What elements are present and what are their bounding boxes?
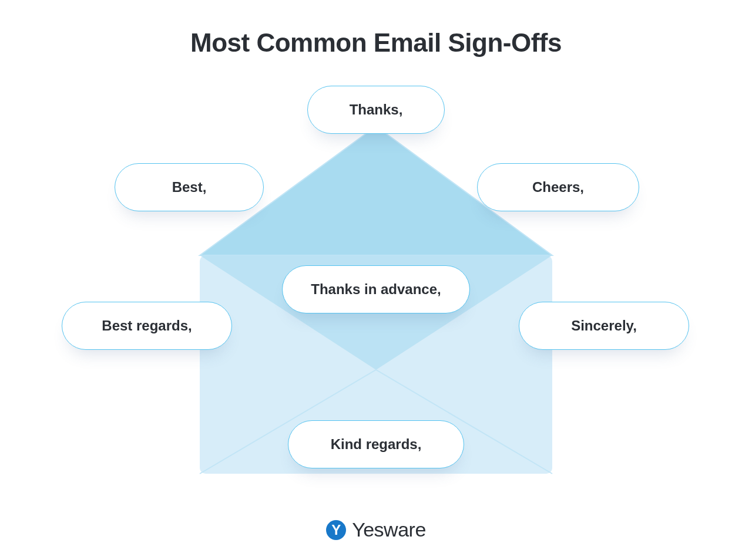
signoff-pill-best: Best, — [115, 163, 264, 211]
signoff-pill-thanks-in-advance: Thanks in advance, — [282, 265, 470, 313]
brand-logo: Y Yesware — [0, 518, 752, 541]
signoff-pill-kind-regards: Kind regards, — [288, 420, 464, 468]
page-title: Most Common Email Sign-Offs — [0, 28, 752, 58]
signoff-pill-cheers: Cheers, — [477, 163, 639, 211]
brand-logo-letter: Y — [331, 522, 341, 538]
signoff-pill-sincerely: Sincerely, — [519, 302, 689, 350]
signoff-pill-thanks: Thanks, — [307, 86, 445, 134]
signoff-pill-best-regards: Best regards, — [62, 302, 232, 350]
brand-name: Yesware — [352, 518, 426, 541]
brand-logo-icon: Y — [326, 520, 346, 540]
